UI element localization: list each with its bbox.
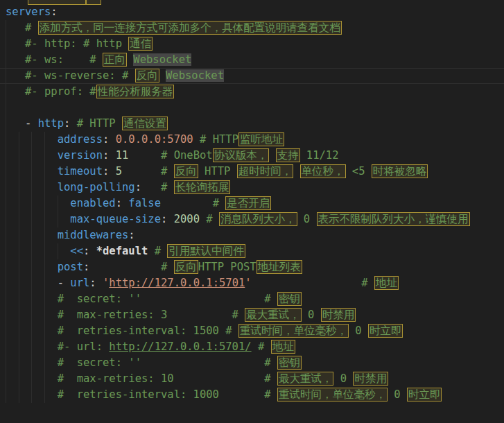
- indent-guide: [31, 180, 32, 196]
- unicode-highlight-box: 时立即: [407, 388, 442, 402]
- indent-guide: [31, 212, 32, 227]
- punctuation: :: [116, 197, 122, 209]
- unicode-highlight-box: 时立即: [368, 324, 403, 338]
- indent-guide: [44, 243, 45, 259]
- code-line-post-line[interactable]: post: # 反向HTTP POST地址列表: [0, 259, 504, 275]
- code-line-post-url-line[interactable]: - url: 'http://127.0.0.1:5701' # 地址: [0, 275, 504, 291]
- indent-guide: [44, 275, 45, 291]
- comment-text: 0: [302, 309, 321, 321]
- code-line-address-line[interactable]: address: 0.0.0.0:5700 # HTTP监听地址: [0, 132, 504, 148]
- indent-guide: [6, 180, 6, 196]
- unicode-highlight-box: 时禁用: [353, 372, 388, 386]
- code-line-commented-max-retries-2[interactable]: # max-retries: 10 # 最大重试， 0 时禁用: [0, 371, 504, 387]
- comment-text: #- ws-reverse: #: [6, 69, 135, 82]
- indent-guide: [31, 371, 32, 387]
- unicode-highlight-box: 反向: [174, 164, 198, 178]
- indent-guide: [31, 387, 32, 403]
- comment-text: # secret: '' #: [6, 356, 277, 369]
- indent-guide: [19, 164, 19, 180]
- code-line-commented-max-retries[interactable]: # max-retries: 3 # 最大重试， 0 时禁用: [0, 307, 504, 323]
- indent-guide: [6, 275, 6, 291]
- code-line-commented-secret-2[interactable]: # secret: '' # 密钥: [0, 355, 504, 371]
- punctuation: -: [6, 117, 38, 130]
- punctuation: [6, 213, 70, 225]
- unicode-highlight-box: 添加方式，同一连接方式可添加多个，具体配置说明请查看文档: [38, 21, 342, 35]
- code-line-version-line[interactable]: version: 11 # OneBot协议版本， 支持 11/12: [0, 148, 504, 164]
- comment-text: # HTTP: [70, 117, 122, 130]
- indent-guide: [6, 307, 6, 323]
- indent-guide: [19, 212, 19, 227]
- indent-guide: [6, 371, 6, 387]
- unicode-highlight-box: 正向: [103, 53, 127, 67]
- code-line-comment-add-methods[interactable]: # 添加方式，同一连接方式可添加多个，具体配置说明请查看文档: [0, 20, 504, 36]
- yaml-number: 2000: [167, 213, 200, 225]
- code-line-commented-pprof[interactable]: #- pprof: #性能分析服务器: [0, 84, 504, 100]
- comment-text: # secret: '' #: [6, 293, 277, 305]
- comment-text: [269, 149, 275, 162]
- unicode-highlight-box: 监听地址: [238, 132, 284, 146]
- indent-guide: [44, 227, 45, 243]
- indent-guide: [44, 164, 45, 180]
- indent-guide: [44, 355, 45, 371]
- code-line-enabled-line[interactable]: enabled: false # 是否开启: [0, 196, 504, 212]
- indent-guide: [44, 339, 45, 355]
- indent-guide: [58, 243, 58, 259]
- indent-guide: [19, 323, 19, 339]
- comment-text: #: [252, 277, 374, 289]
- code-line-middlewares-line[interactable]: middlewares:: [0, 227, 504, 243]
- comment-text: # HTTP: [193, 133, 238, 146]
- indent-guide: [31, 259, 32, 275]
- unicode-highlight-box: 是否开启: [225, 196, 271, 210]
- code-line-merge-default-line[interactable]: <<: *default # 引用默认中间件: [0, 243, 504, 259]
- code-line-commented-ws[interactable]: #- ws: # 正向 Websocket: [0, 52, 504, 68]
- url-link[interactable]: http://127.0.0.1:5701: [109, 277, 245, 289]
- code-line-commented-ws-reverse[interactable]: #- ws-reverse: # 反向 Websocket: [0, 68, 504, 84]
- indent-guide: [31, 339, 32, 355]
- code-line-servers-key[interactable]: servers:: [0, 4, 504, 20]
- comment-text: HTTP POST: [198, 261, 257, 273]
- yaml-key: middlewares: [58, 229, 129, 241]
- indent-guide: [6, 243, 6, 259]
- comment-text: [293, 165, 299, 178]
- unicode-highlight-box: 重试时间，单位毫秒，: [238, 324, 349, 338]
- punctuation: :: [103, 149, 109, 162]
- punctuation: :: [51, 6, 57, 18]
- indent-guide: [31, 291, 32, 307]
- indent-guide: [44, 132, 45, 148]
- unicode-highlight-box: 最大重试，: [245, 308, 302, 322]
- indent-guide: [19, 148, 19, 164]
- code-line-commented-retries-interval-2[interactable]: # retries-interval: 1000 # 重试时间，单位毫秒， 0 …: [0, 387, 504, 403]
- punctuation: :: [103, 165, 109, 178]
- code-editor[interactable]: servers: # 添加方式，同一连接方式可添加多个，具体配置说明请查看文档 …: [0, 0, 504, 423]
- comment-text: #- http: # http: [6, 37, 128, 50]
- comment-text: #: [252, 340, 271, 353]
- comment-text: #: [89, 261, 173, 273]
- code-line-long-polling-line[interactable]: long-polling: # 长轮询拓展: [0, 180, 504, 196]
- code-line-commented-url-2[interactable]: #- url: http://127.0.0.1:5701/ # 地址: [0, 339, 504, 355]
- indent-guide: [19, 196, 19, 212]
- comment-text: #- pprof: #: [6, 85, 96, 98]
- indent-guide: [31, 323, 32, 339]
- indent-guide: [6, 323, 6, 339]
- yaml-key: timeout: [58, 165, 103, 178]
- comment-text: #- ws: #: [6, 53, 103, 66]
- indent-guide: [44, 212, 45, 227]
- url-link[interactable]: http://127.0.0.1:5701/: [109, 340, 251, 353]
- indent-guide: [19, 132, 19, 148]
- code-line-timeout-line[interactable]: timeout: 5 # 反向 HTTP 超时时间， 单位秒， <5 时将被忽略: [0, 164, 504, 180]
- indent-guide: [44, 323, 45, 339]
- code-line-commented-retries-interval[interactable]: # retries-interval: 1500 # 重试时间，单位毫秒， 0 …: [0, 323, 504, 339]
- indent-guide: [31, 307, 32, 323]
- code-line-blank-line[interactable]: [0, 100, 504, 116]
- code-line-max-queue-size-line[interactable]: max-queue-size: 2000 # 消息队列大小， 0 表示不限制队列…: [0, 212, 504, 227]
- unicode-highlight-box: 地址: [271, 340, 295, 354]
- indent-guide: [19, 180, 19, 196]
- indent-guide: [6, 164, 6, 180]
- code-line-commented-http[interactable]: #- http: # http 通信: [0, 36, 504, 52]
- indent-guide: [44, 291, 45, 307]
- comment-text: #: [141, 181, 174, 193]
- unicode-highlight-box: 长轮询拓展: [174, 180, 231, 194]
- unicode-highlight-box: 超时时间，: [237, 164, 294, 178]
- code-line-http-server-item[interactable]: - http: # HTTP 通信设置: [0, 116, 504, 132]
- code-line-commented-secret[interactable]: # secret: '' # 密钥: [0, 291, 504, 307]
